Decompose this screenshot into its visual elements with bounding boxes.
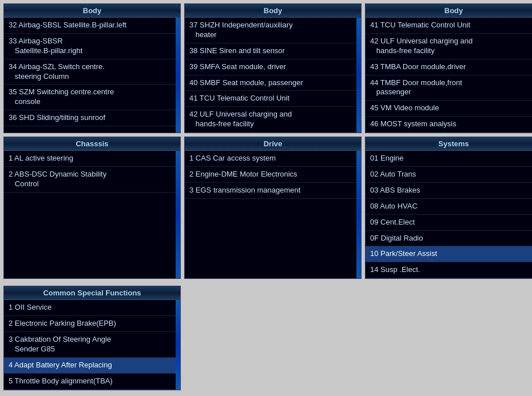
list-item[interactable]: 1 AL active steering <box>4 151 180 167</box>
list-item[interactable]: 02 Auto Trans <box>366 167 532 183</box>
chasssis-panel: Chasssis 1 AL active steering 2 ABS-DSC … <box>3 137 181 279</box>
drive-list: 1 CAS Car access system 2 Engine-DME Mot… <box>185 151 361 278</box>
list-item[interactable]: 40 SMBF Seat module, passenger <box>185 75 361 91</box>
list-item[interactable]: 5 Throttle Body alignment(TBA) <box>4 374 180 390</box>
list-item[interactable]: 36 SHD Sliding/tilting sunroof <box>4 110 180 126</box>
body3-header: Body <box>366 4 532 18</box>
list-item[interactable]: 34 Airbag-SZL Switch centre. steering Co… <box>4 59 180 85</box>
list-item[interactable]: 41 TCU Telematic Control Unit <box>185 91 361 107</box>
chasssis-list: 1 AL active steering 2 ABS-DSC Dynamic S… <box>4 151 180 278</box>
systems-panel: Systems 01 Engine 02 Auto Trans 03 ABS B… <box>365 137 532 279</box>
body-panel-3: Body 41 TCU Telematic Control Unit 42 UL… <box>365 3 532 133</box>
list-item[interactable]: 33 Airbag-SBSR Satellite.B-pillar.right <box>4 34 180 59</box>
common-special-list: 1 OII Service 2 Electronic Parking Brake… <box>4 300 180 389</box>
list-item[interactable]: 35 SZM Switching centre.centre console <box>4 85 180 110</box>
list-item[interactable]: 45 VM Video module <box>366 101 532 117</box>
systems-list: 01 Engine 02 Auto Trans 03 ABS Brakes 08… <box>366 151 532 278</box>
drive-header: Drive <box>185 137 361 151</box>
drive-panel: Drive 1 CAS Car access system 2 Engine-D… <box>184 137 362 279</box>
list-item[interactable]: 09 Cent.Elect <box>366 215 532 231</box>
list-item[interactable]: 32 Airbag-SBSL Satellite.B-pillar.left <box>4 18 180 34</box>
list-item[interactable]: 08 Auto HVAC <box>366 199 532 215</box>
list-item[interactable]: 2 ABS-DSC Dynamic Stability Control <box>4 167 180 193</box>
list-item[interactable]: 3 EGS transmission management <box>185 183 361 199</box>
body-panel-2: Body 37 SHZH Independent/auxiliary heate… <box>184 3 362 133</box>
list-item[interactable]: 42 ULF Universal charging and hands-free… <box>366 34 532 59</box>
bottom-row: Common Special Functions 1 OII Service 2… <box>0 286 532 393</box>
list-item[interactable]: 38 SINE Siren and tilt sensor <box>185 43 361 59</box>
list-item[interactable]: 37 SHZH Independent/auxiliary heater <box>185 18 361 43</box>
list-item[interactable]: 42 ULF Universal charging and hands-free… <box>185 107 361 133</box>
list-item[interactable]: 2 Engine-DME Motor Electronics <box>185 167 361 183</box>
body1-header: Body <box>4 4 180 18</box>
body2-list: 37 SHZH Independent/auxiliary heater 38 … <box>185 18 361 133</box>
common-special-header: Common Special Functions <box>4 286 180 300</box>
list-item[interactable]: 14 Susp .Elect. <box>366 262 532 278</box>
list-item[interactable]: 39 SMFA Seat module, driver <box>185 59 361 75</box>
body3-list: 41 TCU Telematic Control Unit 42 ULF Uni… <box>366 18 532 133</box>
list-item[interactable]: 0F Digital Radio <box>366 231 532 247</box>
body1-list: 32 Airbag-SBSL Satellite.B-pillar.left 3… <box>4 18 180 133</box>
list-item-selected[interactable]: 10 Park/Steer Assist <box>366 246 532 262</box>
list-item[interactable]: 01 Engine <box>366 151 532 167</box>
chasssis-header: Chasssis <box>4 137 180 151</box>
adapt-battery-item[interactable]: 4 Adapt Battery After Replacing <box>4 358 180 374</box>
list-item[interactable]: 1 OII Service <box>4 300 180 316</box>
body2-header: Body <box>185 4 361 18</box>
list-item[interactable]: 43 TMBA Door module,driver <box>366 59 532 75</box>
systems-header: Systems <box>366 137 532 151</box>
list-item[interactable]: 46 MOST system analysis <box>366 117 532 133</box>
list-item[interactable]: 44 TMBF Door module,front passenger <box>366 75 532 101</box>
list-item[interactable]: 2 Electronic Parking Brake(EPB) <box>4 316 180 332</box>
list-item[interactable]: 1 CAS Car access system <box>185 151 361 167</box>
list-item[interactable]: 3 Cakbration Of Steering Angle Sender G8… <box>4 332 180 358</box>
common-special-panel: Common Special Functions 1 OII Service 2… <box>3 286 181 390</box>
list-item[interactable]: 41 TCU Telematic Control Unit <box>366 18 532 34</box>
main-grid: Body 32 Airbag-SBSL Satellite.B-pillar.l… <box>0 0 532 286</box>
body-panel-1: Body 32 Airbag-SBSL Satellite.B-pillar.l… <box>3 3 181 133</box>
list-item[interactable]: 03 ABS Brakes <box>366 183 532 199</box>
